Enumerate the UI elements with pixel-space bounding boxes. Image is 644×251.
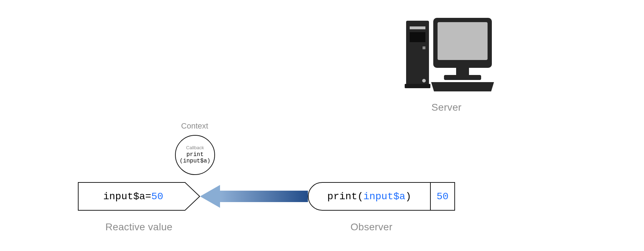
observer-fn: print bbox=[327, 191, 357, 202]
svg-rect-11 bbox=[219, 191, 308, 202]
svg-rect-4 bbox=[423, 46, 425, 49]
observer-output: 50 bbox=[430, 182, 455, 211]
svg-point-5 bbox=[422, 79, 426, 82]
observer-box: print(input$a) bbox=[308, 182, 431, 211]
observer-close: ) bbox=[405, 191, 411, 202]
reactive-value-box: input$a = 50 bbox=[78, 182, 200, 211]
diagram-stage: Server Context Callback print (input$a) … bbox=[0, 0, 644, 251]
svg-rect-1 bbox=[405, 84, 430, 88]
reactive-op: = bbox=[145, 191, 151, 202]
svg-rect-2 bbox=[410, 26, 425, 29]
svg-rect-8 bbox=[456, 68, 469, 76]
callback-label: Callback bbox=[186, 145, 204, 151]
reactive-value: 50 bbox=[151, 191, 163, 202]
dependency-arrow bbox=[200, 182, 308, 211]
svg-marker-12 bbox=[200, 185, 220, 208]
callback-code-line2: (input$a) bbox=[180, 158, 210, 164]
svg-rect-0 bbox=[406, 21, 429, 85]
reactive-var: input$a bbox=[103, 191, 145, 202]
svg-rect-7 bbox=[438, 22, 488, 60]
observer-arg: input$a bbox=[363, 191, 405, 202]
svg-rect-9 bbox=[444, 75, 481, 80]
observer-open: ( bbox=[357, 191, 363, 202]
reactive-value-code: input$a = 50 bbox=[78, 182, 189, 211]
callback-code-line1: print bbox=[186, 151, 204, 158]
context-label: Context bbox=[166, 121, 223, 131]
svg-rect-3 bbox=[410, 32, 425, 42]
observer-caption: Observer bbox=[321, 221, 421, 233]
server-icon bbox=[402, 11, 495, 96]
reactive-value-caption: Reactive value bbox=[78, 221, 200, 233]
callback-circle: Callback print (input$a) bbox=[175, 135, 215, 175]
server-label: Server bbox=[400, 102, 493, 113]
